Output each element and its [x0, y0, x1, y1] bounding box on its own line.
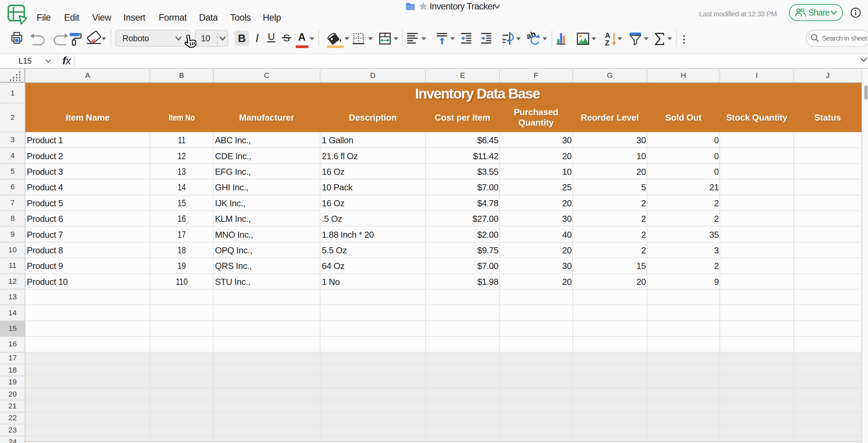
svg-text:Z: Z — [605, 39, 609, 46]
